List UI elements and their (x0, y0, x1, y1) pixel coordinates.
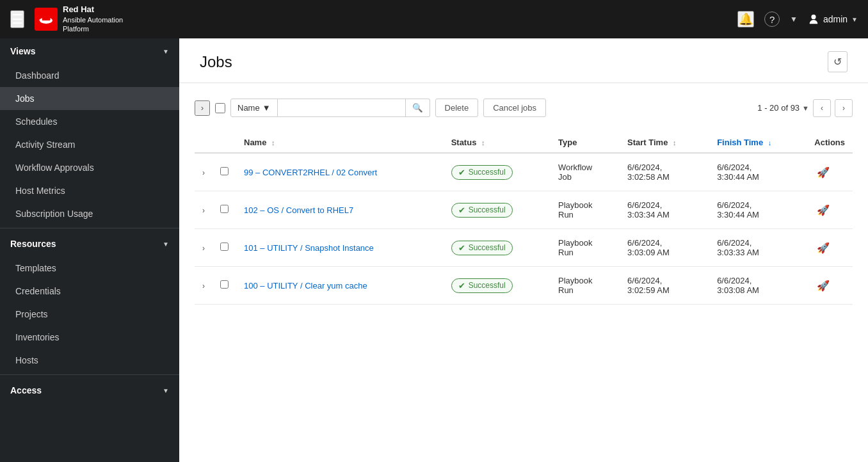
row2-checkbox[interactable] (220, 205, 229, 213)
row1-relaunch-button[interactable]: 🚀 (814, 164, 832, 181)
row3-expand-button[interactable]: › (202, 244, 205, 253)
pagination-prev-button[interactable]: ‹ (813, 99, 831, 117)
hamburger-button[interactable]: ☰ (10, 10, 24, 28)
th-start-time-sort-icon[interactable]: ↕ (673, 139, 677, 147)
row2-relaunch-icon: 🚀 (817, 205, 830, 216)
row4-finish-time-cell: 6/6/2024, 3:03:08 AM (709, 267, 807, 305)
row3-actions-cell: 🚀 (807, 229, 853, 267)
filter-search-button[interactable]: 🔍 (406, 99, 430, 117)
th-name: Name ↕ (236, 132, 444, 153)
jobs-table: Name ↕ Status ↕ Type Start Time ↕ (195, 132, 853, 305)
pagination: 1 - 20 of 93 ▼ ‹ › (757, 99, 853, 117)
table-header: Name ↕ Status ↕ Type Start Time ↕ (195, 132, 853, 153)
th-status: Status ↕ (444, 132, 551, 153)
logo-text: Red Hat Ansible Automation Platform (63, 4, 123, 33)
row4-type-line1: Playbook (558, 276, 592, 285)
row2-expand-button[interactable]: › (202, 206, 205, 215)
main-layout: Views ▼ Dashboard Jobs Schedules Activit… (0, 38, 868, 462)
sidebar-resources-label: Resources (10, 239, 56, 249)
row2-status-badge: ✔ Successful (451, 203, 513, 218)
th-type: Type (551, 132, 620, 153)
row2-name-link[interactable]: 102 – OS / Convert to RHEL7 (244, 205, 353, 215)
sidebar-access-header[interactable]: Access ▼ (0, 378, 179, 403)
toolbar: › Name ▼ 🔍 Delete Cancel jobs 1 - (195, 93, 853, 122)
pagination-next-button[interactable]: › (835, 99, 853, 117)
filter-type-caret-icon: ▼ (262, 103, 271, 113)
row4-start-time-cell: 6/6/2024, 3:02:59 AM (620, 267, 709, 305)
sidebar-item-dashboard[interactable]: Dashboard (0, 64, 179, 87)
page-header: Jobs ↺ (179, 38, 868, 83)
sidebar-item-credentials[interactable]: Credentials (0, 280, 179, 303)
row1-type-line2: Job (558, 172, 572, 182)
table-row: › 102 – OS / Convert to RHEL7 ✔ Successf… (195, 191, 853, 229)
row1-checkbox[interactable] (220, 167, 229, 175)
sidebar-item-jobs[interactable]: Jobs (0, 87, 179, 110)
row3-name-cell: 101 – UTILITY / Snapshot Instance (236, 229, 444, 267)
th-start-time-label: Start Time (627, 138, 668, 147)
select-all-checkbox[interactable] (215, 103, 225, 113)
page-header-actions: ↺ (828, 51, 848, 72)
row2-relaunch-button[interactable]: 🚀 (814, 202, 832, 219)
th-name-sort-icon[interactable]: ↕ (271, 139, 275, 147)
row1-start-time-cell: 6/6/2024, 3:02:58 AM (620, 153, 709, 191)
sidebar-resources-header[interactable]: Resources ▼ (0, 231, 179, 257)
th-status-sort-icon[interactable]: ↕ (481, 139, 485, 147)
pagination-info: 1 - 20 of 93 ▼ (757, 103, 809, 113)
user-icon (808, 13, 819, 25)
sidebar-item-activity-stream[interactable]: Activity Stream (0, 133, 179, 156)
sidebar-item-subscription-usage[interactable]: Subscription Usage (0, 202, 179, 225)
delete-button[interactable]: Delete (435, 99, 479, 117)
sidebar-item-schedules[interactable]: Schedules (0, 110, 179, 133)
row3-checkbox[interactable] (220, 243, 229, 251)
nav-icons: 🔔 ? ▼ admin ▼ (737, 11, 858, 28)
row2-status-check-icon: ✔ (458, 205, 465, 215)
search-icon: 🔍 (412, 103, 423, 113)
topnav: ☰ Red Hat Ansible Automation Platform 🔔 … (0, 0, 868, 38)
row2-expand-cell: › (195, 191, 213, 229)
row2-status-label: Successful (469, 205, 506, 214)
th-finish-time: Finish Time ↓ (709, 132, 807, 153)
th-actions: Actions (807, 132, 853, 153)
sidebar-views-label: Views (10, 46, 35, 56)
help-caret-button[interactable]: ▼ (790, 15, 798, 24)
sidebar-item-templates[interactable]: Templates (0, 257, 179, 280)
row4-name-link[interactable]: 100 – UTILITY / Clear yum cache (244, 281, 367, 291)
row4-relaunch-button[interactable]: 🚀 (814, 277, 832, 294)
sidebar-item-host-metrics[interactable]: Host Metrics (0, 179, 179, 202)
cancel-jobs-button[interactable]: Cancel jobs (483, 99, 546, 117)
sidebar-item-projects[interactable]: Projects (0, 303, 179, 326)
row3-name-link[interactable]: 101 – UTILITY / Snapshot Instance (244, 243, 374, 253)
row3-finish-time-cell: 6/6/2024, 3:03:33 AM (709, 229, 807, 267)
row4-expand-button[interactable]: › (202, 282, 205, 291)
user-menu[interactable]: admin ▼ (808, 13, 858, 25)
sidebar-item-workflow-approvals[interactable]: Workflow Approvals (0, 156, 179, 179)
filter-input[interactable] (278, 99, 406, 117)
row4-checkbox[interactable] (220, 280, 229, 289)
row3-relaunch-button[interactable]: 🚀 (814, 239, 832, 257)
row1-name-link[interactable]: 99 – CONVERT2RHEL / 02 Convert (244, 168, 377, 177)
expand-all-button[interactable]: › (195, 100, 210, 116)
row2-start-time-line2: 3:03:34 AM (627, 210, 670, 219)
row3-start-time-line2: 3:03:09 AM (627, 248, 670, 257)
sidebar-item-inventories[interactable]: Inventories (0, 326, 179, 349)
help-button[interactable]: ? (764, 12, 780, 27)
filter-type-button[interactable]: Name ▼ (230, 99, 278, 117)
sidebar-item-hosts[interactable]: Hosts (0, 349, 179, 372)
history-button[interactable]: ↺ (828, 51, 848, 72)
th-expand (195, 132, 213, 153)
row3-check-cell (213, 229, 236, 267)
row1-status-badge: ✔ Successful (451, 165, 513, 180)
notification-button[interactable]: 🔔 (737, 11, 754, 28)
row3-type-cell: Playbook Run (551, 229, 620, 267)
pagination-count-caret-button[interactable]: ▼ (802, 104, 809, 112)
row1-expand-button[interactable]: › (202, 168, 205, 177)
th-finish-time-sort-icon[interactable]: ↓ (768, 139, 772, 147)
row1-name-cell: 99 – CONVERT2RHEL / 02 Convert (236, 153, 444, 191)
sidebar-views-header[interactable]: Views ▼ (0, 38, 179, 64)
sidebar: Views ▼ Dashboard Jobs Schedules Activit… (0, 38, 179, 462)
pagination-text: 1 - 20 of 93 (757, 103, 800, 113)
table-row: › 99 – CONVERT2RHEL / 02 Convert ✔ Succe… (195, 153, 853, 191)
row4-relaunch-icon: 🚀 (817, 280, 830, 291)
th-start-time: Start Time ↕ (620, 132, 709, 153)
row1-actions-cell: 🚀 (807, 153, 853, 191)
